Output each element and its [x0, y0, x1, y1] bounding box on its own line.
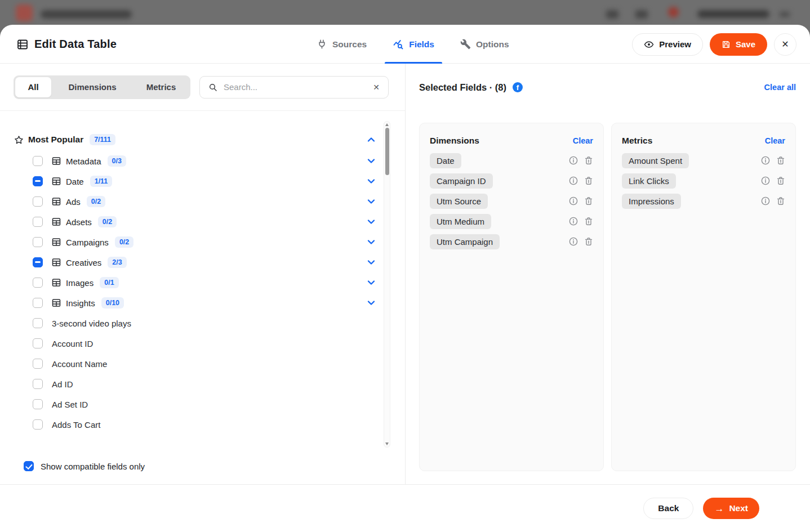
field-group-adsets[interactable]: Adsets 0/2	[0, 212, 405, 232]
tab-sources[interactable]: Sources	[317, 25, 367, 64]
save-label: Save	[736, 39, 755, 49]
field-group-insights[interactable]: Insights 0/10	[0, 293, 405, 313]
trash-icon[interactable]	[584, 237, 593, 246]
count-badge: 0/3	[108, 155, 126, 167]
chevron-down-icon[interactable]	[367, 217, 376, 226]
trash-icon[interactable]	[776, 176, 785, 185]
info-icon[interactable]	[761, 156, 770, 165]
field-item[interactable]: 3-second video plays	[0, 313, 405, 333]
checkbox-indeterminate[interactable]	[33, 176, 43, 186]
field-item[interactable]: Account ID	[0, 333, 405, 354]
chevron-down-icon[interactable]	[367, 258, 376, 267]
checkbox[interactable]	[33, 156, 43, 166]
checkbox-checked[interactable]	[24, 461, 34, 471]
checkbox[interactable]	[33, 237, 43, 247]
dimension-chip[interactable]: Utm Source	[430, 194, 488, 209]
save-button[interactable]: Save	[710, 33, 767, 56]
compatible-fields-toggle-row[interactable]: Show compatible fields only	[0, 448, 405, 484]
trash-icon[interactable]	[584, 176, 593, 185]
field-group-date[interactable]: Date 1/11	[0, 171, 405, 191]
checkbox[interactable]	[33, 379, 43, 389]
info-icon[interactable]	[569, 217, 578, 226]
checkbox[interactable]	[33, 419, 43, 430]
field-label: 3-second video plays	[52, 319, 131, 328]
search-input[interactable]	[224, 82, 367, 92]
chevron-down-icon[interactable]	[367, 278, 376, 287]
trash-icon[interactable]	[776, 156, 785, 165]
modal-header: Edit Data Table Sources Fields Options	[0, 25, 810, 64]
app-logo	[16, 5, 33, 21]
chevron-down-icon[interactable]	[367, 157, 376, 166]
info-icon[interactable]	[569, 176, 578, 185]
field-label: Adds To Cart	[52, 420, 100, 430]
clear-dimensions-link[interactable]: Clear	[573, 136, 593, 145]
checkbox[interactable]	[33, 359, 43, 369]
chevron-down-icon[interactable]	[367, 177, 376, 186]
trash-icon[interactable]	[584, 217, 593, 226]
chevron-up-icon[interactable]	[367, 135, 376, 144]
clear-search-icon[interactable]: ✕	[373, 83, 380, 92]
field-item[interactable]: Adds To Cart	[0, 414, 405, 435]
field-group-campaigns[interactable]: Campaigns 0/2	[0, 232, 405, 252]
wrench-icon	[460, 39, 471, 50]
dimension-chip[interactable]: Date	[430, 153, 461, 168]
checkbox[interactable]	[33, 318, 43, 328]
field-item[interactable]: Account Name	[0, 354, 405, 374]
info-icon[interactable]	[761, 176, 770, 185]
dimension-chip[interactable]: Utm Campaign	[430, 234, 500, 249]
checkbox[interactable]	[33, 217, 43, 227]
chevron-down-icon[interactable]	[367, 298, 376, 307]
preview-button[interactable]: Preview	[632, 33, 703, 56]
field-item[interactable]: Ad ID	[0, 374, 405, 394]
field-group-metadata[interactable]: Metadata 0/3	[0, 151, 405, 171]
segment-dimensions[interactable]: Dimensions	[51, 77, 133, 97]
scrollbar-down-arrow[interactable]	[385, 442, 389, 445]
dimension-chip[interactable]: Utm Medium	[430, 214, 491, 229]
field-group-creatives[interactable]: Creatives 2/3	[0, 252, 405, 272]
dimensions-card-header: Dimensions Clear	[430, 132, 593, 150]
back-button[interactable]: Back	[643, 498, 693, 519]
selected-metric-row: Amount Spent	[622, 152, 785, 169]
field-group-images[interactable]: Images 0/1	[0, 272, 405, 293]
modal-body: All Dimensions Metrics ✕ Mos	[0, 64, 810, 484]
metric-chip[interactable]: Link Clicks	[622, 173, 676, 189]
chevron-down-icon[interactable]	[367, 238, 376, 247]
checkbox[interactable]	[33, 298, 43, 308]
clear-metrics-link[interactable]: Clear	[765, 136, 785, 145]
checkbox[interactable]	[33, 196, 43, 207]
user-menu-blurred	[697, 10, 769, 18]
chevron-down-icon[interactable]	[367, 197, 376, 206]
fields-list: Most Popular 7/111 Metadata 0/3 Date 1/1…	[0, 111, 405, 447]
facebook-icon: f	[513, 82, 523, 92]
metric-chip[interactable]: Impressions	[622, 194, 681, 209]
field-group-ads[interactable]: Ads 0/2	[0, 191, 405, 212]
scrollbar-up-arrow[interactable]	[385, 123, 389, 126]
group-most-popular[interactable]: Most Popular 7/111	[0, 128, 405, 151]
next-button[interactable]: → Next	[703, 498, 759, 519]
selected-metric-row: Link Clicks	[622, 172, 785, 189]
info-icon[interactable]	[569, 237, 578, 246]
info-icon[interactable]	[569, 196, 578, 205]
table-icon	[17, 39, 28, 50]
checkbox[interactable]	[33, 399, 43, 409]
info-icon[interactable]	[761, 196, 770, 205]
checkbox[interactable]	[33, 338, 43, 348]
scrollbar-thumb[interactable]	[385, 128, 389, 175]
close-button[interactable]: ✕	[774, 33, 796, 56]
field-item[interactable]: Ad Set ID	[0, 394, 405, 414]
tab-fields[interactable]: Fields	[393, 25, 434, 64]
checkbox-indeterminate[interactable]	[33, 257, 43, 267]
trash-icon[interactable]	[584, 156, 593, 165]
segment-all[interactable]: All	[15, 77, 51, 97]
trash-icon[interactable]	[584, 196, 593, 205]
scrollbar[interactable]	[384, 121, 390, 448]
metric-chip[interactable]: Amount Spent	[622, 153, 689, 168]
tab-options[interactable]: Options	[460, 25, 509, 64]
info-icon[interactable]	[569, 156, 578, 165]
segment-metrics[interactable]: Metrics	[133, 77, 189, 97]
checkbox[interactable]	[33, 278, 43, 288]
dimension-chip[interactable]: Campaign ID	[430, 173, 493, 189]
clear-all-link[interactable]: Clear all	[764, 83, 796, 92]
close-icon: ✕	[781, 39, 789, 50]
trash-icon[interactable]	[776, 196, 785, 205]
